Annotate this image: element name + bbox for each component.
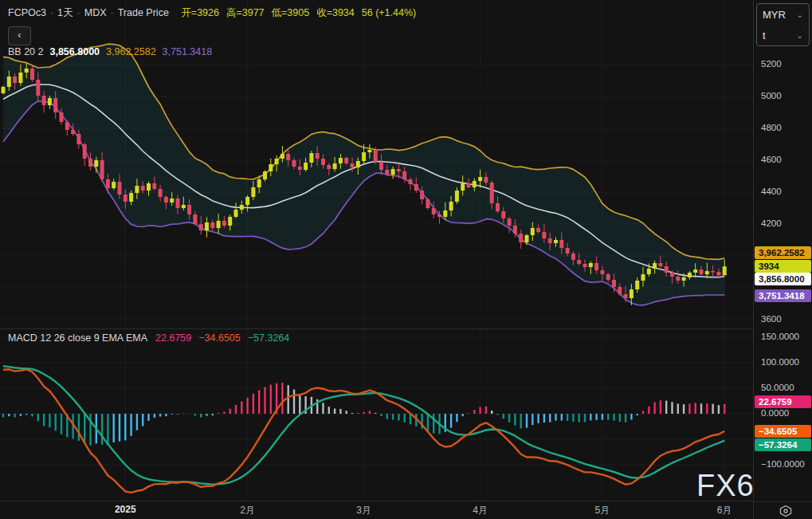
- back-button[interactable]: ‹: [8, 26, 31, 45]
- interval-label[interactable]: 1天: [57, 7, 73, 18]
- macd-tick-label: 0.0000: [761, 408, 789, 418]
- macd-label: MACD 12 26 close 9 EMA EMA: [8, 332, 147, 344]
- time-tick-label: 6月: [717, 504, 732, 517]
- macd-hist-value: 22.6759: [155, 332, 191, 344]
- macd-line-badge: −34.6505: [755, 425, 811, 438]
- price-tick-label: 5000: [761, 91, 782, 100]
- open-value: 开=3926: [181, 7, 219, 18]
- separator-dot: ·: [50, 7, 53, 18]
- change-value: 56 (+1.44%): [362, 7, 416, 18]
- bb-basis-price-badge: 3,856.8000: [755, 273, 811, 285]
- symbol-header: FCPOc3·1天·MDX·Trade Price 开=3926高=3977低=…: [8, 6, 423, 20]
- pane-divider[interactable]: [0, 328, 812, 329]
- low-value: 低=3905: [272, 7, 310, 18]
- chevron-left-icon: ‹: [18, 29, 21, 41]
- chevron-down-icon: ⌄: [797, 31, 803, 40]
- exchange-label: MDX: [84, 7, 107, 18]
- time-tick-label: 5月: [595, 504, 610, 517]
- series-type-label: Trade Price: [118, 7, 169, 18]
- chevron-down-icon: ⌄: [797, 10, 803, 19]
- price-tick-label: 4200: [761, 218, 782, 228]
- price-tick-label: 4400: [761, 187, 782, 196]
- bb-lower-value: 3,751.3418: [163, 46, 213, 57]
- bb-label: BB 20 2: [8, 46, 43, 57]
- macd-signal-badge: −57.3264: [755, 438, 811, 451]
- time-tick-label: 3月: [356, 504, 371, 517]
- unit-dropdown[interactable]: t ⌄: [757, 25, 809, 45]
- time-tick-label: 2025: [115, 504, 136, 515]
- symbol-name[interactable]: FCPOc3: [8, 7, 46, 18]
- last-price-badge: 3934: [755, 260, 811, 273]
- close-value: 收=3934: [316, 7, 355, 18]
- ohlc-values: 开=3926高=3977低=3905收=393456 (+1.44%): [181, 7, 423, 18]
- macd-line-value: −34.6505: [198, 332, 240, 344]
- macd-signal-value: −57.3264: [248, 332, 289, 344]
- axis-corner: [753, 501, 812, 519]
- separator-dot: ·: [111, 7, 114, 18]
- macd-indicator-legend[interactable]: MACD 12 26 close 9 EMA EMA22.6759−34.650…: [8, 332, 289, 344]
- settings-icon[interactable]: [778, 505, 794, 517]
- price-axis[interactable]: MYR ⌄ t ⌄ 3,962.2582 3934 3,856.8000 3,7…: [753, 0, 812, 519]
- price-tick-label: 4600: [761, 155, 782, 164]
- macd-tick-label: 50.0000: [761, 383, 794, 392]
- unit-value: t: [763, 29, 766, 41]
- macd-tick-label: 150.0000: [761, 332, 799, 341]
- currency-value: MYR: [763, 9, 786, 21]
- time-axis[interactable]: 20252月3月4月5月6月: [0, 501, 753, 519]
- bb-upper-price-badge: 3,962.2582: [755, 246, 811, 259]
- price-tick-label: 3600: [761, 314, 782, 324]
- price-tick-label: 5200: [761, 59, 782, 69]
- bb-indicator-legend[interactable]: BB 20 23,856.80003,962.25823,751.3418: [8, 46, 212, 57]
- bb-lower-price-badge: 3,751.3418: [755, 289, 811, 302]
- bb-basis-value: 3,856.8000: [49, 46, 100, 57]
- macd-chart-pane[interactable]: [0, 329, 754, 501]
- axis-unit-box: MYR ⌄ t ⌄: [756, 3, 810, 46]
- macd-tick-label: 100.0000: [761, 357, 799, 367]
- macd-tick-label: −100.0000: [761, 459, 805, 469]
- bb-upper-value: 3,962.2582: [106, 46, 156, 57]
- time-tick-label: 2月: [240, 504, 255, 517]
- price-tick-label: 4800: [761, 123, 782, 132]
- macd-hist-badge: 22.6759: [755, 395, 811, 408]
- time-tick-label: 4月: [473, 504, 488, 517]
- currency-dropdown[interactable]: MYR ⌄: [757, 4, 809, 25]
- high-value: 高=3977: [226, 7, 265, 18]
- trading-chart-app: FCPOc3·1天·MDX·Trade Price 开=3926高=3977低=…: [0, 0, 812, 519]
- separator-dot: ·: [77, 7, 80, 18]
